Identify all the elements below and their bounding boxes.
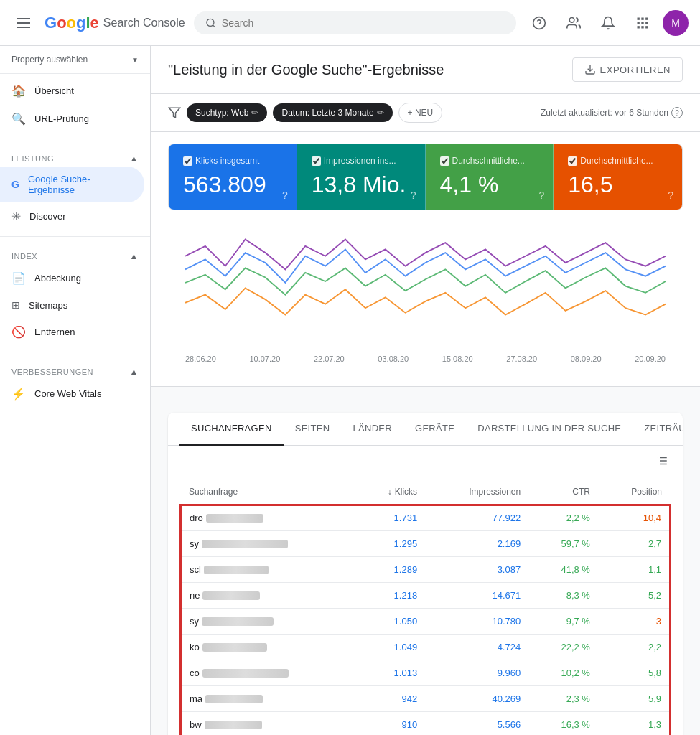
metric-value-clicks: 563.809	[183, 172, 282, 198]
tab-zeitraeume[interactable]: ZEITRÄUME	[633, 413, 683, 446]
notifications-button[interactable]	[594, 9, 622, 37]
sidebar-item-entfernen[interactable]: 🚫 Entfernen	[0, 318, 144, 346]
leistung-collapse[interactable]: ▲	[130, 154, 139, 164]
avatar[interactable]: M	[663, 10, 689, 36]
sitemaps-icon: ⊞	[11, 299, 20, 311]
index-collapse[interactable]: ▲	[130, 251, 139, 261]
sidebar-item-discover[interactable]: ✳ Discover	[0, 202, 144, 230]
cell-position: 2,7	[599, 530, 671, 556]
table-row[interactable]: co1.0139.96010,2 %5,8	[180, 660, 671, 685]
search-bar[interactable]	[194, 11, 516, 34]
metric-checkbox-position[interactable]	[568, 156, 577, 166]
table-row[interactable]: ma94240.2692,3 %5,9	[180, 685, 671, 711]
query-blurred	[205, 695, 263, 703]
cell-query: sy	[180, 608, 355, 634]
table-filter-button[interactable]	[653, 451, 671, 474]
help-icon-clicks[interactable]: ?	[282, 189, 288, 201]
sidebar-item-label: URL-Prüfung	[34, 113, 89, 124]
search-input[interactable]	[222, 17, 505, 29]
query-prefix: dro	[190, 512, 203, 523]
tab-seiten[interactable]: SEITEN	[284, 413, 342, 446]
col-header-clicks[interactable]: ↓Klicks	[355, 479, 426, 505]
cell-ctr: 10,2 %	[529, 660, 599, 685]
cell-query: ne	[180, 582, 355, 608]
help-icon-position[interactable]: ?	[668, 189, 673, 201]
hamburger-menu[interactable]	[11, 12, 36, 34]
sidebar-item-core-web-vitals[interactable]: ⚡ Core Web Vitals	[0, 380, 144, 408]
table-row[interactable]: dro1.73177.9222,2 %10,4	[180, 505, 671, 531]
help-button[interactable]	[525, 9, 554, 37]
col-header-query: Suchanfrage	[180, 479, 355, 505]
col-header-position[interactable]: Position	[599, 479, 671, 505]
property-selector-label: Property auswählen	[11, 55, 88, 65]
chevron-down-icon: ▼	[131, 56, 139, 64]
table-row[interactable]: ne1.21814.6718,3 %5,2	[180, 582, 671, 608]
col-header-ctr[interactable]: CTR	[529, 479, 599, 505]
download-icon	[584, 64, 596, 75]
tab-darstellung[interactable]: DARSTELLUNG IN DER SUCHE	[466, 413, 633, 446]
table-row[interactable]: sy1.2952.16959,7 %2,7	[180, 530, 671, 556]
tab-laender[interactable]: LÄNDER	[341, 413, 403, 446]
metric-value-position: 16,5	[568, 172, 668, 198]
filter-chip-datum[interactable]: Datum: Letzte 3 Monate ✏	[273, 103, 392, 122]
metric-card-position[interactable]: Durchschnittliche... 16,5 ?	[554, 144, 682, 210]
metrics-cards: Klicks insgesamt 563.809 ? Impressionen …	[168, 144, 683, 210]
tab-geraete[interactable]: GERÄTE	[403, 413, 466, 446]
account-button[interactable]	[559, 9, 588, 37]
help-icon-impressions[interactable]: ?	[411, 189, 416, 201]
sidebar-item-uebersicht[interactable]: 🏠 Übersicht	[0, 77, 144, 105]
col-header-impressions[interactable]: Impressionen	[426, 479, 529, 505]
sidebar: Property auswählen ▼ 🏠 Übersicht 🔍 URL-P…	[0, 46, 151, 735]
table-row[interactable]: scl1.2893.08741,8 %1,1	[180, 556, 671, 582]
metric-checkbox-clicks[interactable]	[183, 156, 192, 166]
metric-label-clicks: Klicks insgesamt	[183, 156, 282, 166]
apps-button[interactable]	[628, 9, 657, 37]
query-blurred	[206, 514, 263, 523]
add-filter-button[interactable]: + NEU	[398, 103, 443, 123]
chart-x-labels: 28.06.2010.07.2022.07.2003.08.2015.08.20…	[185, 352, 666, 375]
metric-card-clicks[interactable]: Klicks insgesamt 563.809 ?	[169, 144, 297, 210]
table-row[interactable]: bw9105.56616,3 %1,3	[180, 711, 671, 735]
tab-suchanfragen[interactable]: SUCHANFRAGEN	[179, 413, 284, 446]
cell-ctr: 2,3 %	[529, 685, 599, 711]
cell-ctr: 2,2 %	[529, 505, 599, 531]
cell-ctr: 9,7 %	[529, 608, 599, 634]
sidebar-section-verbesserungen: Verbesserungen ▲ ⚡ Core Web Vitals	[0, 355, 150, 411]
performance-chart	[185, 216, 666, 350]
cell-clicks: 1.218	[355, 582, 426, 608]
sidebar-item-google-suche[interactable]: G Google Suche-Ergebnisse	[0, 167, 144, 202]
table-head: Suchanfrage ↓Klicks Impressionen CTR Pos…	[180, 479, 671, 505]
svg-rect-7	[645, 17, 648, 19]
help-circle-icon[interactable]: ?	[671, 107, 683, 118]
table-row[interactable]: ko1.0494.72422,2 %2,2	[180, 634, 671, 660]
query-prefix: sy	[190, 538, 199, 549]
svg-point-0	[207, 19, 214, 26]
metric-card-impressions[interactable]: Impressionen ins... 13,8 Mio. ?	[297, 144, 426, 210]
query-prefix: bw	[190, 719, 202, 730]
svg-point-4	[569, 17, 574, 22]
help-icon-ctr[interactable]: ?	[538, 189, 544, 201]
sidebar-item-sitemaps[interactable]: ⊞ Sitemaps	[0, 292, 144, 318]
metric-card-ctr[interactable]: Durchschnittliche... 4,1 % ?	[426, 144, 554, 210]
help-icon	[532, 16, 546, 30]
sidebar-item-abdeckung[interactable]: 📄 Abdeckung	[0, 264, 144, 292]
table-row[interactable]: sy1.05010.7809,7 %3	[180, 608, 671, 634]
leistung-header: Leistung ▲	[0, 145, 150, 167]
verbesserungen-collapse[interactable]: ▲	[130, 367, 139, 377]
cell-impressions: 3.087	[426, 556, 529, 582]
top-nav: Google Search Console M	[0, 0, 700, 46]
svg-rect-13	[645, 26, 648, 28]
filter-chip-suchtyp[interactable]: Suchtyp: Web ✏	[187, 103, 267, 122]
metric-checkbox-impressions[interactable]	[312, 156, 321, 166]
query-blurred	[202, 591, 260, 600]
cell-position: 5,8	[599, 660, 671, 685]
metric-checkbox-ctr[interactable]	[440, 156, 449, 166]
query-prefix: co	[190, 668, 200, 678]
index-header: Index ▲	[0, 243, 150, 264]
property-selector[interactable]: Property auswählen ▼	[0, 46, 150, 74]
export-button[interactable]: EXPORTIEREN	[572, 57, 683, 82]
cell-query: scl	[180, 556, 355, 582]
query-blurred	[202, 643, 267, 652]
sidebar-item-url-pruefung[interactable]: 🔍 URL-Prüfung	[0, 105, 144, 133]
chart-x-label: 08.09.20	[571, 355, 602, 363]
